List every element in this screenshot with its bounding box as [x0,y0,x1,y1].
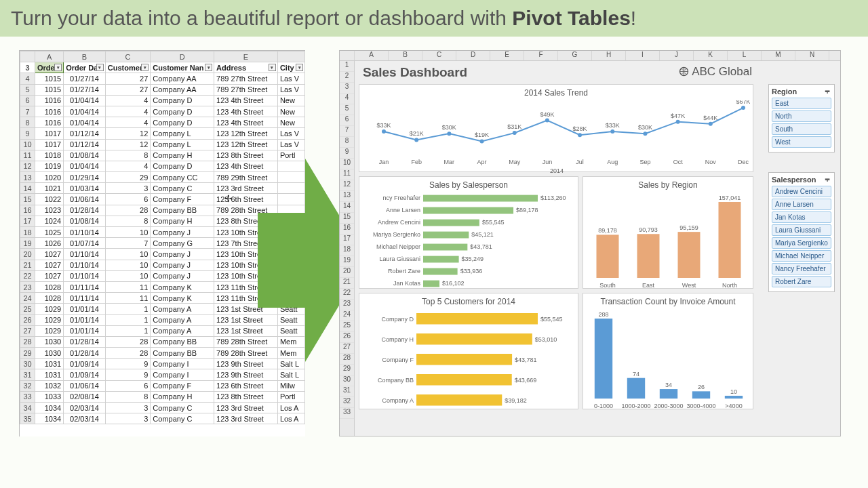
svg-text:$67K: $67K [736,100,750,105]
slicer-region[interactable]: Region⫧ EastNorthSouthWest [768,84,835,152]
svg-rect-96 [660,389,677,399]
chart-sales-by-region[interactable]: Sales by Region 89,178South90,793East95,… [583,176,753,289]
svg-rect-102 [725,396,743,399]
slicer-item[interactable]: Michael Neipper [772,250,831,262]
chart-sales-by-salesperson[interactable]: Sales by Salesperson ncy Freehafer$113,2… [359,176,578,289]
svg-point-17 [545,119,549,123]
svg-text:Mar: Mar [444,159,455,165]
svg-text:Company A: Company A [382,397,414,404]
svg-text:$43,669: $43,669 [515,377,537,384]
svg-text:$39,182: $39,182 [505,397,527,404]
svg-text:$16,102: $16,102 [442,280,465,287]
svg-text:$21K: $21K [410,130,424,137]
svg-text:Andrew Cencini: Andrew Cencini [378,219,420,226]
svg-text:Sep: Sep [639,159,650,165]
svg-text:$55,545: $55,545 [482,219,505,226]
svg-text:Company F: Company F [382,357,414,363]
filter-dropdown-icon[interactable]: ▾ [205,64,212,71]
svg-point-2 [382,129,386,134]
svg-text:$44K: $44K [703,115,717,121]
svg-text:$49K: $49K [540,111,554,118]
svg-rect-43 [423,207,513,214]
svg-text:East: East [642,282,655,289]
chart-sales-trend[interactable]: 2014 Sales Trend $33KJan$21KFeb$30KMar$1… [359,84,753,172]
svg-point-11 [480,139,484,143]
svg-text:Robert Zare: Robert Zare [388,268,420,274]
filter-dropdown-icon[interactable]: ▾ [296,64,303,71]
svg-text:1000-2000: 1000-2000 [621,403,650,409]
svg-text:$89,178: $89,178 [516,207,538,214]
svg-rect-58 [423,268,458,275]
svg-point-35 [741,106,745,110]
svg-text:$55,545: $55,545 [540,316,563,323]
svg-rect-66 [637,234,660,278]
filter-icon[interactable]: ⫧ [824,87,831,96]
svg-text:$43,781: $43,781 [470,243,492,250]
svg-text:$28K: $28K [573,125,587,132]
chart-transaction-count[interactable]: Transaction Count by Invoice Amount 2880… [583,293,753,409]
svg-rect-40 [423,195,538,202]
svg-text:$35,249: $35,249 [462,256,484,262]
slicer-item[interactable]: West [772,136,831,148]
svg-text:26: 26 [698,384,705,390]
svg-text:West: West [682,282,696,289]
svg-text:288: 288 [598,311,608,318]
slicer-item[interactable]: Nancy Freehafer [772,263,831,274]
slicer-item[interactable]: Anne Larsen [772,199,831,210]
svg-text:North: North [722,282,737,289]
svg-text:Mariya Sergienko: Mariya Sergienko [373,231,420,238]
svg-text:0-1000: 0-1000 [594,403,613,409]
svg-point-8 [447,131,451,136]
svg-text:$33,936: $33,936 [460,268,483,274]
filter-dropdown-icon[interactable]: ▾ [96,64,104,71]
svg-rect-85 [416,374,512,386]
filter-dropdown-icon[interactable]: ▾ [269,64,276,71]
svg-text:$113,260: $113,260 [540,195,566,201]
filter-dropdown-icon[interactable]: ▾ [54,64,62,71]
svg-text:Company BB: Company BB [378,377,414,384]
svg-text:Aug: Aug [607,159,618,165]
slicer-item[interactable]: North [772,110,831,122]
dashboard-spreadsheet[interactable]: ABCDEFGHIJKLMN 1234567891011121314151617… [339,50,841,436]
filter-dropdown-icon[interactable]: ▾ [141,64,149,71]
slicer-item[interactable]: South [772,123,831,135]
svg-text:90,793: 90,793 [639,226,658,233]
svg-text:89,178: 89,178 [598,227,617,234]
svg-text:$31K: $31K [507,123,521,130]
slicer-item[interactable]: Robert Zare [772,276,831,287]
svg-rect-88 [416,394,502,406]
svg-text:95,159: 95,159 [679,224,698,231]
svg-text:3000-4000: 3000-4000 [686,403,715,409]
svg-rect-79 [416,333,532,345]
slicer-salesperson[interactable]: Salesperson⫧ Andrew CenciniAnne LarsenJa… [768,172,835,292]
slicer-item[interactable]: Jan Kotas [772,211,831,223]
slicer-item[interactable]: Mariya Sergienko [772,237,831,249]
svg-text:May: May [509,159,521,165]
svg-text:2000-3000: 2000-3000 [654,403,683,409]
svg-text:Nov: Nov [705,159,717,165]
filter-icon[interactable]: ⫧ [824,176,831,184]
slicer-item[interactable]: East [772,98,831,109]
dashboard-title: Sales Dashboard [363,65,467,80]
svg-text:Jul: Jul [576,159,584,165]
svg-rect-61 [423,281,439,287]
svg-rect-69 [678,232,701,278]
chart-top-customers[interactable]: Top 5 Customers for 2014 Company D$55,54… [359,293,578,409]
svg-text:Laura Giussani: Laura Giussani [379,256,420,262]
source-spreadsheet[interactable]: ABCDE3Order▾Order Da▾Customer▾Customer N… [19,50,305,436]
svg-text:$53,010: $53,010 [535,336,557,343]
slicer-item[interactable]: Laura Giussani [772,224,831,236]
slicer-item[interactable]: Andrew Cencini [772,186,831,197]
svg-rect-49 [423,232,469,239]
svg-rect-99 [692,391,710,399]
svg-text:157,041: 157,041 [719,195,741,201]
svg-text:2014: 2014 [550,167,564,174]
svg-text:Oct: Oct [673,159,684,165]
svg-text:Jan: Jan [379,159,389,165]
svg-text:Michael Neipper: Michael Neipper [376,243,420,250]
svg-rect-72 [719,202,741,278]
svg-text:74: 74 [633,371,639,378]
svg-rect-63 [597,235,619,278]
svg-text:Jan Kotas: Jan Kotas [393,280,421,287]
svg-text:Feb: Feb [411,159,422,165]
